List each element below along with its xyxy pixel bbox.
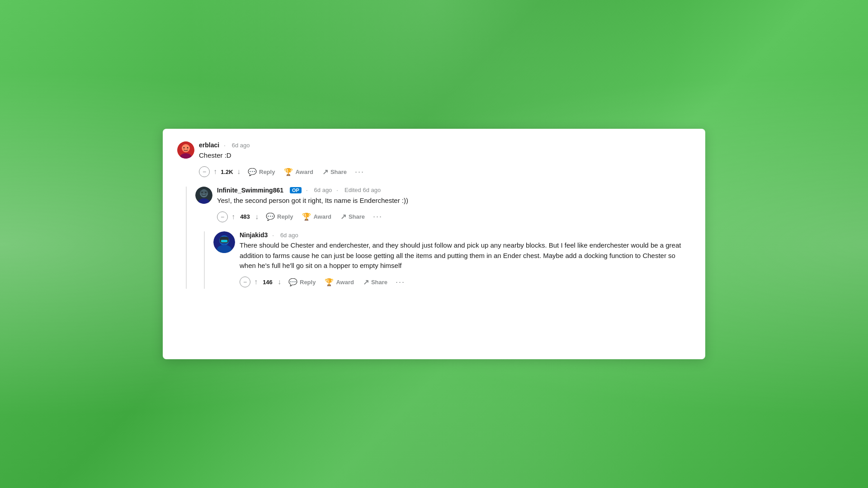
comment-card: erblaci · 6d ago Chester :D − ↑ 1.2K ↓ [163, 129, 705, 359]
share-icon-infinite: ↗ [340, 212, 346, 221]
vote-section-ninjakid: ↑ 146 ↓ [252, 276, 283, 288]
comment-header-ninjakid: Ninjakid3 · 6d ago [240, 231, 691, 239]
upvote-btn-ninjakid[interactable]: ↑ [252, 276, 259, 288]
action-bar-ninjakid: − ↑ 146 ↓ [213, 276, 691, 289]
upvote-btn-erblaci[interactable]: ↑ [212, 166, 219, 178]
thread-level2: Ninjakid3 · 6d ago There should be Chest… [195, 231, 691, 289]
edited-infinite: Edited 6d ago [344, 187, 381, 193]
username-erblaci: erblaci [199, 141, 219, 149]
comment-body-infinite: Yes!, the second person got it right, It… [217, 196, 691, 206]
downvote-icon-ninjakid: ↓ [278, 278, 281, 286]
share-btn-erblaci[interactable]: ↗ Share [319, 166, 350, 178]
vote-section-infinite: ↑ 483 ↓ [230, 211, 260, 223]
comment-header-erblaci: erblaci · 6d ago [199, 141, 691, 149]
upvote-icon-infinite: ↑ [231, 213, 235, 221]
upvote-icon-ninjakid: ↑ [254, 278, 258, 286]
collapse-icon-infinite: − [221, 214, 224, 220]
svg-point-4 [187, 147, 189, 149]
comment-header-infinite: Infinite_Swimming861 OP · 6d ago · Edite… [217, 187, 691, 194]
thread-content-1: Infinite_Swimming861 OP · 6d ago · Edite… [195, 187, 691, 289]
reply-btn-infinite[interactable]: 💬 Reply [262, 211, 297, 223]
reply-btn-erblaci[interactable]: 💬 Reply [244, 166, 278, 178]
username-ninjakid: Ninjakid3 [240, 231, 268, 239]
comment-infinite: Infinite_Swimming861 OP · 6d ago · Edite… [195, 187, 691, 289]
vote-count-ninjakid: 146 [261, 279, 274, 286]
award-btn-infinite[interactable]: 🏆 Award [298, 211, 335, 223]
action-bar-infinite: − ↑ 483 ↓ 💬 R [195, 210, 691, 223]
comment-body-erblaci: Chester :D [199, 150, 691, 161]
reply-icon-erblaci: 💬 [248, 168, 257, 176]
collapse-btn-infinite[interactable]: − [217, 211, 228, 222]
comment-main-erblaci: erblaci · 6d ago Chester :D [199, 141, 691, 161]
collapse-icon-ninjakid: − [243, 279, 247, 285]
award-icon-ninjakid: 🏆 [325, 278, 334, 286]
thread-content-2: Ninjakid3 · 6d ago There should be Chest… [213, 231, 691, 289]
avatar-erblaci [177, 141, 194, 159]
thread-line-col-1 [177, 187, 195, 289]
timestamp-ninjakid: 6d ago [280, 232, 298, 239]
share-btn-ninjakid[interactable]: ↗ Share [359, 276, 391, 288]
share-icon-erblaci: ↗ [322, 168, 328, 176]
comment-row-1: Infinite_Swimming861 OP · 6d ago · Edite… [195, 187, 691, 206]
reply-icon-infinite: 💬 [266, 212, 275, 221]
thread-level1: Infinite_Swimming861 OP · 6d ago · Edite… [177, 187, 691, 289]
award-btn-erblaci[interactable]: 🏆 Award [280, 166, 317, 178]
share-icon-ninjakid: ↗ [363, 278, 369, 286]
comment-row-0: erblaci · 6d ago Chester :D [177, 141, 691, 161]
downvote-icon-infinite: ↓ [255, 213, 259, 221]
reply-icon-ninjakid: 💬 [288, 278, 297, 286]
comment-main-infinite: Infinite_Swimming861 OP · 6d ago · Edite… [217, 187, 691, 206]
share-btn-infinite[interactable]: ↗ Share [337, 211, 368, 223]
thread-line-1 [186, 187, 187, 289]
upvote-btn-infinite[interactable]: ↑ [230, 211, 237, 223]
svg-point-3 [184, 147, 185, 149]
avatar-infinite [195, 187, 212, 204]
downvote-icon-erblaci: ↓ [237, 168, 241, 176]
more-btn-ninjakid[interactable]: ··· [393, 276, 408, 289]
comment-ninjakid: Ninjakid3 · 6d ago There should be Chest… [213, 231, 691, 289]
more-btn-erblaci[interactable]: ··· [352, 165, 367, 178]
svg-point-1 [182, 144, 190, 152]
reply-btn-ninjakid[interactable]: 💬 Reply [285, 276, 319, 288]
upvote-icon-erblaci: ↑ [213, 168, 217, 176]
comment-body-ninjakid: There should be Chester and enderchester… [240, 240, 691, 271]
timestamp-erblaci: 6d ago [232, 142, 250, 149]
thread-line-2 [204, 231, 205, 289]
vote-section-erblaci: ↑ 1.2K ↓ [212, 166, 242, 178]
collapse-icon-erblaci: − [203, 169, 206, 175]
avatar-ninjakid [213, 231, 235, 253]
svg-rect-16 [221, 240, 227, 242]
award-btn-ninjakid[interactable]: 🏆 Award [321, 276, 358, 288]
collapse-btn-ninjakid[interactable]: − [240, 277, 250, 287]
comment-main-ninjakid: Ninjakid3 · 6d ago There should be Chest… [240, 231, 691, 271]
more-btn-infinite[interactable]: ··· [370, 210, 385, 223]
svg-rect-10 [200, 190, 208, 194]
collapse-btn-erblaci[interactable]: − [199, 166, 210, 177]
award-icon-infinite: 🏆 [302, 212, 311, 221]
award-icon-erblaci: 🏆 [284, 168, 293, 176]
downvote-btn-infinite[interactable]: ↓ [253, 211, 260, 223]
comment-row-2: Ninjakid3 · 6d ago There should be Chest… [213, 231, 691, 271]
action-bar-erblaci: − ↑ 1.2K ↓ 💬 Reply 🏆 Award ↗ S [177, 165, 691, 178]
vote-count-erblaci: 1.2K [221, 169, 233, 175]
timestamp-infinite: 6d ago [314, 187, 332, 193]
downvote-btn-ninjakid[interactable]: ↓ [276, 276, 283, 288]
username-infinite: Infinite_Swimming861 [217, 187, 283, 194]
thread-line-col-2 [195, 231, 213, 289]
downvote-btn-erblaci[interactable]: ↓ [235, 166, 242, 178]
op-badge-infinite: OP [290, 187, 302, 193]
comment-erblaci: erblaci · 6d ago Chester :D − ↑ 1.2K ↓ [177, 141, 691, 289]
vote-count-infinite: 483 [239, 213, 251, 220]
